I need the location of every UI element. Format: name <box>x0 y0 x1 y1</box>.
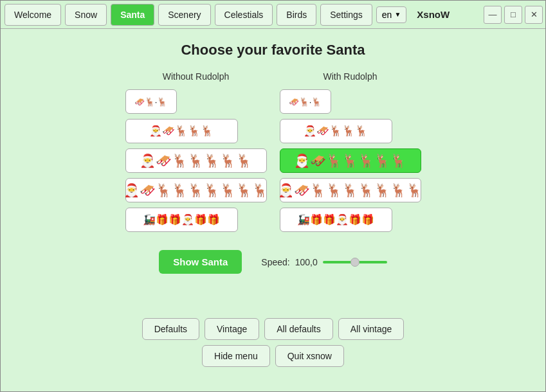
speed-value: 100,0 <box>295 257 318 267</box>
speed-slider[interactable] <box>323 261 387 263</box>
minimize-button[interactable]: — <box>484 6 502 24</box>
santa-option-wr2[interactable]: 🎅🛷🦌🦌🦌🦌🦌 <box>125 148 267 173</box>
nav-tabs: WelcomeSnowSantaSceneryCelestialsBirdsSe… <box>3 4 374 26</box>
window-controls: — □ ✕ <box>484 6 543 24</box>
santa-image-wr3: 🎅🛷🦌🦌🦌🦌🦌🦌🦌 <box>123 184 268 197</box>
nav-tab-santa[interactable]: Santa <box>111 4 154 26</box>
santa-image-r4: 🚂🎁🎁🎅🎁🎁 <box>297 215 374 225</box>
speed-label: Speed: <box>261 257 289 267</box>
nav-tab-birds[interactable]: Birds <box>277 4 316 26</box>
btn-hide-menu[interactable]: Hide menu <box>202 345 270 367</box>
lang-label: en <box>382 10 392 20</box>
santa-option-r4[interactable]: 🚂🎁🎁🎅🎁🎁 <box>280 208 392 232</box>
santa-image-r3: 🎅🛷🦌🦌🦌🦌🦌🦌🦌 <box>278 184 423 197</box>
without-rudolph-options: 🛷🦌·🦌🎅🛷🦌🦌🦌🎅🛷🦌🦌🦌🦌🦌🎅🛷🦌🦌🦌🦌🦌🦌🦌🚂🎁🎁🎅🎁🎁 <box>125 89 267 232</box>
show-santa-button[interactable]: Show Santa <box>159 250 242 274</box>
nav-tab-celestials[interactable]: Celestials <box>215 4 273 26</box>
bottom-buttons: DefaultsVintageAll defaultsAll vintage H… <box>142 318 405 380</box>
santa-image-r1: 🎅🛷🦌🦌🦌 <box>304 126 368 136</box>
titlebar: WelcomeSnowSantaSceneryCelestialsBirdsSe… <box>1 1 545 29</box>
santa-option-wr4[interactable]: 🚂🎁🎁🎅🎁🎁 <box>125 208 238 232</box>
nav-tab-welcome[interactable]: Welcome <box>5 4 61 26</box>
santa-option-r2[interactable]: 🎅🛷🦌🦌🦌🦌🦌 <box>280 148 421 173</box>
speed-control: Speed: 100,0 <box>261 257 387 267</box>
controls-row: Show Santa Speed: 100,0 <box>159 250 387 274</box>
santa-image-wr2: 🎅🛷🦌🦌🦌🦌🦌 <box>140 154 252 167</box>
santa-image-wr1: 🎅🛷🦌🦌🦌 <box>149 126 214 136</box>
btn-quit-xsnow[interactable]: Quit xsnow <box>275 345 344 367</box>
btn-all-vintage[interactable]: All vintage <box>338 318 405 340</box>
santa-image-r0: 🛷🦌·🦌 <box>289 98 322 106</box>
close-button[interactable]: ✕ <box>525 6 543 24</box>
santa-option-r3[interactable]: 🎅🛷🦌🦌🦌🦌🦌🦌🦌 <box>280 178 421 202</box>
santa-option-r0[interactable]: 🛷🦌·🦌 <box>280 89 331 114</box>
with-rudolph-header: With Rudolph <box>323 71 377 82</box>
lang-dropdown-icon: ▼ <box>394 11 401 18</box>
santa-option-wr0[interactable]: 🛷🦌·🦌 <box>125 89 177 114</box>
maximize-button[interactable]: □ <box>504 6 522 24</box>
santa-image-wr4: 🚂🎁🎁🎅🎁🎁 <box>143 215 220 225</box>
with-rudolph-options: 🛷🦌·🦌🎅🛷🦌🦌🦌🎅🛷🦌🦌🦌🦌🦌🎅🛷🦌🦌🦌🦌🦌🦌🦌🚂🎁🎁🎅🎁🎁 <box>280 89 421 232</box>
btn-defaults[interactable]: Defaults <box>142 318 199 340</box>
btn-vintage[interactable]: Vintage <box>205 318 259 340</box>
santa-selection-grid: Without Rudolph 🛷🦌·🦌🎅🛷🦌🦌🦌🎅🛷🦌🦌🦌🦌🦌🎅🛷🦌🦌🦌🦌🦌🦌… <box>125 71 421 232</box>
without-rudolph-header: Without Rudolph <box>163 71 230 82</box>
santa-option-wr3[interactable]: 🎅🛷🦌🦌🦌🦌🦌🦌🦌 <box>125 178 267 202</box>
nav-tab-snow[interactable]: Snow <box>65 4 107 26</box>
santa-image-r2: 🎅🛷🦌🦌🦌🦌🦌 <box>294 154 406 167</box>
btn-all-defaults[interactable]: All defaults <box>264 318 332 340</box>
lang-selector[interactable]: en ▼ <box>376 6 406 23</box>
without-rudolph-column: Without Rudolph 🛷🦌·🦌🎅🛷🦌🦌🦌🎅🛷🦌🦌🦌🦌🦌🎅🛷🦌🦌🦌🦌🦌🦌… <box>125 71 267 232</box>
bottom-row-2: Hide menuQuit xsnow <box>202 345 344 367</box>
with-rudolph-column: With Rudolph 🛷🦌·🦌🎅🛷🦌🦌🦌🎅🛷🦌🦌🦌🦌🦌🎅🛷🦌🦌🦌🦌🦌🦌🦌🚂🎁… <box>280 71 421 232</box>
santa-option-r1[interactable]: 🎅🛷🦌🦌🦌 <box>280 119 392 143</box>
main-content: Choose your favorite Santa Without Rudol… <box>1 29 545 392</box>
app-title: XsnoW <box>417 9 450 20</box>
bottom-row-1: DefaultsVintageAll defaultsAll vintage <box>142 318 405 340</box>
page-title: Choose your favorite Santa <box>181 42 365 58</box>
nav-tab-settings[interactable]: Settings <box>320 4 372 26</box>
santa-option-wr1[interactable]: 🎅🛷🦌🦌🦌 <box>125 119 238 143</box>
nav-tab-scenery[interactable]: Scenery <box>158 4 210 26</box>
santa-image-wr0: 🛷🦌·🦌 <box>134 98 168 106</box>
